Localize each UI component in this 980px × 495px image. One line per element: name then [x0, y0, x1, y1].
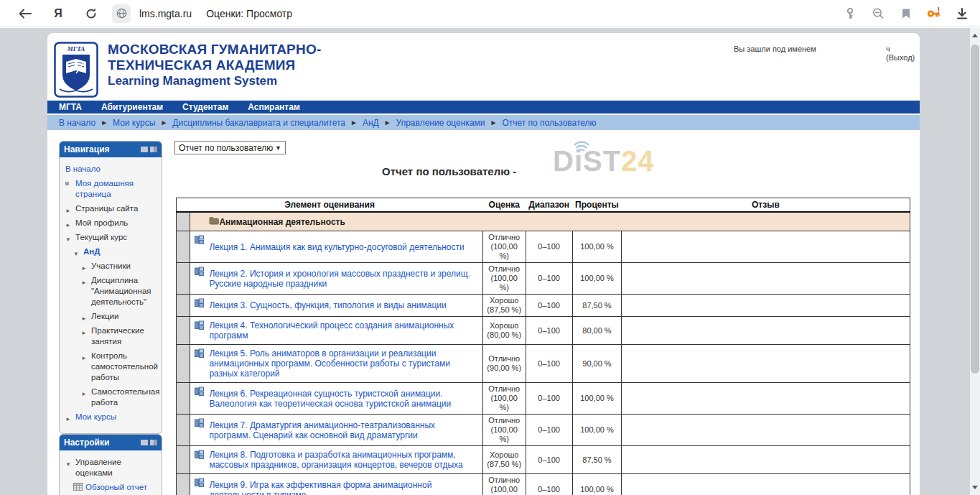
range-cell: 0–100 — [526, 295, 572, 317]
navigation-item-3[interactable]: ►Страницы сайта — [65, 203, 159, 214]
yandex-browser-icon[interactable]: Я — [50, 6, 66, 22]
bookmark-flag-icon[interactable] — [898, 6, 914, 22]
expand-toggle-icon[interactable]: ► — [81, 353, 87, 364]
menu-item-1[interactable]: МГТА — [59, 102, 82, 112]
grade-item-link[interactable]: Лекция 8. Подготовка и разработка анимац… — [209, 450, 462, 470]
expand-toggle-icon[interactable]: ► — [65, 220, 71, 231]
breadcrumb-link-1[interactable]: В начало — [59, 118, 95, 128]
breadcrumb-link-4[interactable]: АнД — [363, 118, 379, 128]
block-dock-icon[interactable] — [150, 147, 157, 152]
refresh-icon[interactable] — [83, 6, 99, 22]
lesson-icon — [195, 418, 204, 430]
feedback-cell — [622, 295, 910, 317]
grade-item-link[interactable]: Лекция 9. Игра как эффективная форма ани… — [209, 480, 431, 495]
url-text[interactable]: lms.mgta.ru — [139, 8, 192, 19]
vertical-scrollbar[interactable] — [970, 28, 980, 495]
grade-item-link[interactable]: Лекция 1. Анимация как вид культурно-дос… — [209, 242, 464, 252]
report-type-select[interactable]: Отчет по пользователю ▼ — [174, 141, 286, 154]
settings-item-2[interactable]: Обзорный отчет — [65, 482, 159, 493]
navigation-label[interactable]: Мои курсы — [75, 412, 116, 421]
grade-item-link[interactable]: Лекция 3. Сущность, функция, типология и… — [209, 300, 446, 310]
navigation-item-10[interactable]: ►Практические занятия — [65, 325, 159, 347]
grade-cell: Хорошо(87,50 %) — [482, 446, 526, 474]
expand-toggle-icon[interactable]: ► — [81, 277, 87, 288]
indent-cell — [177, 446, 190, 474]
feedback-cell — [622, 446, 910, 474]
breadcrumb-link-5[interactable]: Управление оценками — [396, 118, 485, 128]
breadcrumb-link-6[interactable]: Отчет по пользователю — [502, 118, 596, 128]
grade-cell: Хорошо(87,50 %) — [482, 295, 526, 317]
grade-row-2: Лекция 2. История и хронология массовых … — [177, 263, 910, 295]
navigation-item-8[interactable]: ►Дисциплина "Анимационная деятельность" — [65, 275, 159, 307]
scrollbar-thumb[interactable] — [971, 45, 979, 374]
expand-toggle-icon[interactable]: ► — [65, 414, 71, 425]
navigation-item-1[interactable]: В начало — [65, 164, 159, 175]
block-collapse-icon[interactable] — [141, 440, 148, 445]
breadcrumb-link-3[interactable]: Дисциплины бакалавриата и специалитета — [172, 118, 345, 128]
breadcrumb-link-2[interactable]: Мои курсы — [113, 118, 155, 128]
navigation-item-13[interactable]: ►Мои курсы — [65, 412, 159, 422]
grade-item-link[interactable]: Лекция 2. История и хронология массовых … — [209, 269, 470, 289]
collapse-toggle-icon[interactable]: ▼ — [65, 459, 71, 470]
navigation-item-5[interactable]: ▼Текущий курс — [65, 232, 159, 243]
navigation-item-6[interactable]: ▼АнД — [65, 246, 159, 257]
report-type-value: Отчет по пользователю — [179, 143, 273, 153]
navigation-label: Контроль самостоятельной работы — [91, 351, 158, 381]
navigation-item-2[interactable]: Моя домашняя страница — [65, 178, 159, 200]
block-collapse-icon[interactable] — [141, 147, 148, 152]
address-bar[interactable]: lms.mgta.ru Оценки: Просмотр — [112, 4, 292, 23]
expand-toggle-icon[interactable]: ► — [81, 389, 87, 399]
expand-toggle-icon[interactable]: ► — [81, 328, 87, 338]
navigation-item-7[interactable]: ►Участники — [65, 261, 159, 272]
chevron-down-icon: ▼ — [275, 144, 281, 152]
lesson-icon — [195, 348, 204, 360]
settings-item-1[interactable]: ▼Управление оценками — [65, 457, 159, 478]
feedback-cell — [622, 383, 910, 415]
back-icon[interactable] — [17, 6, 33, 22]
settings-block-title: Настройки — [64, 438, 109, 448]
download-icon[interactable] — [954, 6, 970, 22]
navigation-label: Самостоятельная работа — [91, 387, 159, 407]
browser-window: Я lms.mgta.ru Оценки: Просмотр ! — [0, 0, 980, 495]
expand-toggle-icon[interactable]: ► — [81, 263, 87, 274]
menu-item-4[interactable]: Аспирантам — [248, 102, 300, 112]
navigation-label: Лекции — [91, 312, 118, 320]
navigation-item-11[interactable]: ►Контроль самостоятельной работы — [65, 351, 159, 383]
scroll-up-icon[interactable] — [972, 34, 978, 37]
indent-cell — [177, 383, 190, 415]
lesson-icon — [195, 478, 204, 489]
grade-cell: Отлично(100,00 %) — [482, 383, 526, 415]
navigation-label[interactable]: В начало — [65, 165, 101, 173]
navigation-label[interactable]: Моя домашняя страница — [75, 179, 134, 198]
indent-cell — [177, 415, 190, 446]
protect-key-icon[interactable] — [842, 6, 858, 22]
logout-link[interactable]: ч (Выход) — [886, 45, 920, 62]
expand-toggle-icon[interactable]: ► — [81, 313, 87, 324]
indent-cell — [177, 212, 190, 231]
grade-item-link[interactable]: Лекция 7. Драматургия анимационно-театра… — [209, 420, 435, 440]
menu-item-3[interactable]: Студентам — [182, 102, 228, 112]
collapse-toggle-icon[interactable]: ▼ — [65, 234, 71, 245]
navigation-item-4[interactable]: ►Мой профиль — [65, 218, 159, 228]
collapse-toggle-icon[interactable]: ▼ — [73, 249, 79, 259]
expand-toggle-icon[interactable]: ► — [65, 205, 71, 216]
zoom-search-icon[interactable] — [870, 6, 886, 22]
lesson-icon — [195, 267, 204, 278]
navigation-block-header: Навигация — [60, 142, 162, 157]
grade-item-link[interactable]: Лекция 6. Рекреационная сущность туристс… — [209, 389, 451, 409]
grade-item-link[interactable]: Лекция 5. Роль аниматоров в организации … — [209, 348, 449, 379]
scroll-down-icon[interactable] — [972, 486, 978, 489]
breadcrumb-separator-icon: ► — [101, 119, 108, 126]
navigation-item-12[interactable]: ►Самостоятельная работа — [65, 387, 159, 408]
navigation-item-9[interactable]: ►Лекции — [65, 311, 159, 322]
menu-item-2[interactable]: Абитуриентам — [101, 102, 163, 112]
item-name-cell: Лекция 1. Анимация как вид культурно-дос… — [190, 231, 482, 263]
settings-label[interactable]: Обзорный отчет — [85, 483, 147, 491]
column-header-3: Диапазон — [526, 198, 572, 213]
navigation-label[interactable]: АнД — [83, 247, 100, 256]
navigation-label: Практические занятия — [91, 326, 144, 346]
block-dock-icon[interactable] — [150, 440, 157, 445]
password-alert-icon[interactable]: ! — [926, 6, 942, 22]
grade-item-link[interactable]: Лекция 4. Технологический процесс создан… — [209, 320, 454, 341]
grade-row-9: Лекция 9. Игра как эффективная форма ани… — [177, 474, 910, 495]
